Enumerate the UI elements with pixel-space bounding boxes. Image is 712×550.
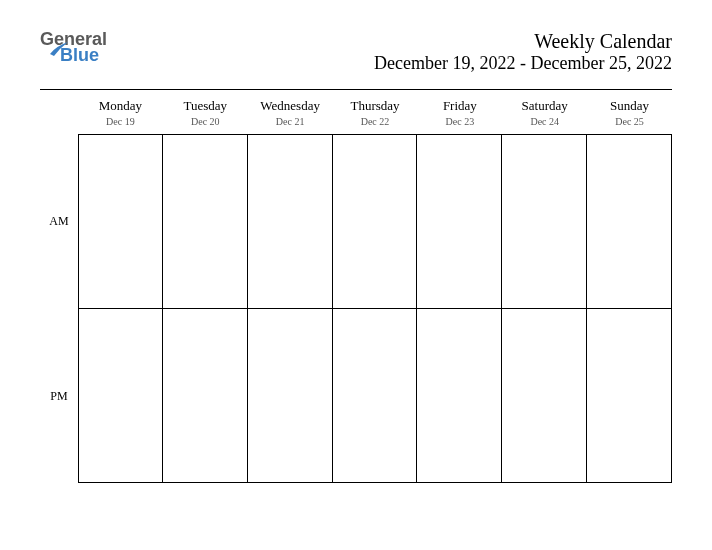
divider bbox=[40, 89, 672, 90]
day-name: Thursday bbox=[333, 98, 418, 114]
calendar-cell bbox=[78, 134, 163, 309]
time-column: AM PM bbox=[40, 96, 78, 484]
days-grid: Monday Dec 19 Tuesday Dec 20 Wednesday D… bbox=[78, 96, 672, 484]
title-block: Weekly Calendar December 19, 2022 - Dece… bbox=[374, 30, 672, 74]
day-name: Sunday bbox=[587, 98, 672, 114]
calendar-cell bbox=[78, 308, 163, 483]
day-name: Wednesday bbox=[248, 98, 333, 114]
logo: General Blue bbox=[40, 30, 107, 64]
swoosh-icon bbox=[50, 40, 72, 56]
calendar-cell bbox=[332, 134, 418, 309]
day-date: Dec 23 bbox=[417, 116, 502, 127]
day-header: Monday Dec 19 bbox=[78, 96, 163, 134]
calendar-cell bbox=[501, 308, 587, 483]
calendar-cell bbox=[416, 308, 502, 483]
calendar-cell bbox=[332, 308, 418, 483]
day-header: Tuesday Dec 20 bbox=[163, 96, 248, 134]
day-header: Sunday Dec 25 bbox=[587, 96, 672, 134]
period-am: AM bbox=[40, 134, 78, 309]
day-name: Monday bbox=[78, 98, 163, 114]
calendar-cell bbox=[501, 134, 587, 309]
day-name: Tuesday bbox=[163, 98, 248, 114]
page-title: Weekly Calendar bbox=[374, 30, 672, 53]
day-date: Dec 25 bbox=[587, 116, 672, 127]
calendar: AM PM Monday Dec 19 Tuesday Dec 20 Wedne… bbox=[40, 96, 672, 484]
calendar-cell bbox=[247, 134, 333, 309]
calendar-cell bbox=[586, 308, 672, 483]
day-header: Saturday Dec 24 bbox=[502, 96, 587, 134]
header: General Blue Weekly Calendar December 19… bbox=[40, 30, 672, 74]
calendar-cell bbox=[247, 308, 333, 483]
day-header: Thursday Dec 22 bbox=[333, 96, 418, 134]
calendar-cell bbox=[416, 134, 502, 309]
calendar-cell bbox=[162, 308, 248, 483]
day-name: Saturday bbox=[502, 98, 587, 114]
calendar-cell bbox=[586, 134, 672, 309]
day-date: Dec 21 bbox=[248, 116, 333, 127]
day-header: Friday Dec 23 bbox=[417, 96, 502, 134]
date-range: December 19, 2022 - December 25, 2022 bbox=[374, 53, 672, 74]
day-name: Friday bbox=[417, 98, 502, 114]
day-date: Dec 20 bbox=[163, 116, 248, 127]
day-date: Dec 22 bbox=[333, 116, 418, 127]
calendar-cell bbox=[162, 134, 248, 309]
time-column-spacer bbox=[40, 96, 78, 134]
day-date: Dec 24 bbox=[502, 116, 587, 127]
day-header: Wednesday Dec 21 bbox=[248, 96, 333, 134]
day-date: Dec 19 bbox=[78, 116, 163, 127]
period-pm: PM bbox=[40, 309, 78, 484]
